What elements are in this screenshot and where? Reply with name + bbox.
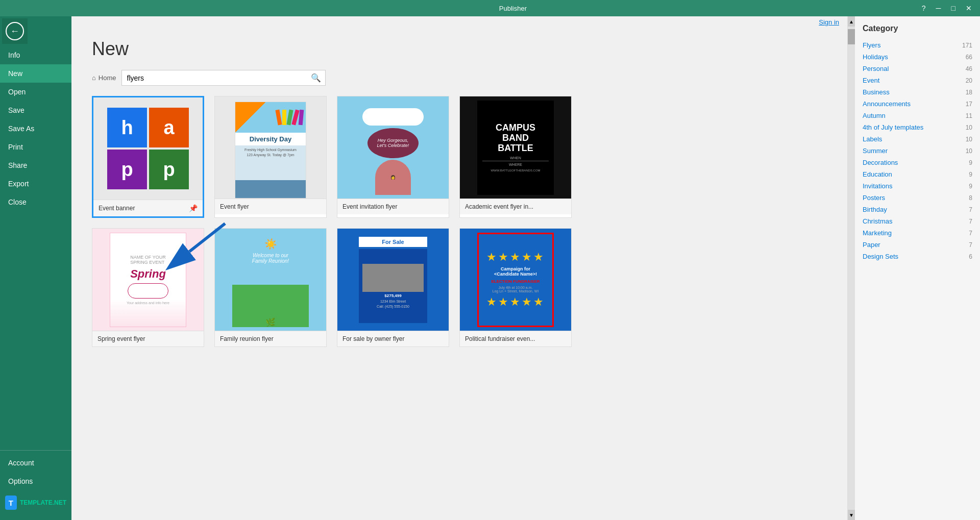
template-card-political[interactable]: ★★★★★ Campaign for<Candidate Name>! ELEC… — [459, 228, 572, 347]
category-item-12[interactable]: Invitations9 — [863, 180, 972, 192]
signin-link[interactable]: Sign in — [819, 18, 839, 26]
sidebar-item-info[interactable]: Info — [0, 46, 71, 64]
category-item-3[interactable]: Event20 — [863, 75, 972, 86]
sidebar-item-options[interactable]: Options — [0, 472, 71, 490]
category-count: 20 — [966, 77, 972, 84]
template-label-reunion: Family reunion flyer — [215, 331, 326, 346]
category-count: 7 — [969, 206, 972, 213]
category-name: Education — [863, 170, 892, 178]
category-count: 11 — [966, 112, 972, 119]
category-item-6[interactable]: Autumn11 — [863, 110, 972, 121]
category-name: Invitations — [863, 182, 893, 190]
logo-text: TEMPLATE.NET — [20, 499, 66, 506]
category-name: Event — [863, 77, 879, 84]
template-name-political: Political fundraiser even... — [465, 335, 535, 342]
sidebar-item-close[interactable]: Close — [0, 193, 71, 211]
category-name: Business — [863, 88, 890, 96]
category-item-15[interactable]: Christmas7 — [863, 215, 972, 227]
sidebar-item-open[interactable]: Open — [0, 83, 71, 101]
category-name: Decorations — [863, 159, 898, 166]
signin-bar: Sign in — [71, 16, 847, 28]
category-item-9[interactable]: Summer10 — [863, 145, 972, 157]
template-card-spring[interactable]: NAME OF YOURSPRING EVENT Spring Your add… — [92, 228, 204, 347]
campus-title: CAMPUSBANDBATTLE — [496, 123, 535, 153]
template-thumb-forsale: For Sale $275,499 1234 Elm Street Call: … — [337, 229, 449, 331]
page-title: New — [92, 38, 827, 60]
category-item-5[interactable]: Announcements17 — [863, 98, 972, 110]
category-item-11[interactable]: Education9 — [863, 168, 972, 180]
sidebar-bottom: AccountOptions T TEMPLATE.NET — [0, 447, 71, 520]
template-thumb-academic: CAMPUSBANDBATTLE WHEN WHERE WWW.BATTLEOF… — [460, 96, 571, 199]
category-item-1[interactable]: Holidays66 — [863, 51, 972, 63]
home-link[interactable]: ⌂ Home — [92, 74, 116, 82]
template-thumb-political: ★★★★★ Campaign for<Candidate Name>! ELEC… — [460, 229, 571, 331]
category-count: 10 — [966, 124, 972, 131]
sidebar-divider — [0, 450, 71, 451]
category-name: Design Sets — [863, 253, 898, 260]
category-count: 9 — [969, 183, 972, 190]
minimize-button[interactable]: ─ — [933, 3, 944, 13]
app-title: Publisher — [107, 5, 919, 12]
template-card-event-banner[interactable]: h a p p Event banner 📌 — [92, 96, 204, 218]
sidebar-item-account[interactable]: Account — [0, 454, 71, 472]
search-bar: ⌂ Home 🔍 — [71, 65, 847, 91]
category-item-7[interactable]: 4th of July templates10 — [863, 121, 972, 133]
category-count: 10 — [966, 136, 972, 143]
sidebar-item-save[interactable]: Save — [0, 101, 71, 119]
sidebar-item-export[interactable]: Export — [0, 175, 71, 193]
category-item-14[interactable]: Birthday7 — [863, 204, 972, 215]
scrollbar-thumb[interactable] — [848, 29, 855, 44]
category-item-8[interactable]: Labels10 — [863, 133, 972, 145]
scroll-down-button[interactable]: ▼ — [848, 510, 855, 520]
category-item-2[interactable]: Personal46 — [863, 63, 972, 75]
restore-button[interactable]: □ — [948, 3, 959, 13]
category-name: Personal — [863, 65, 889, 72]
category-item-0[interactable]: Flyers171 — [863, 39, 972, 51]
logo-icon: T — [5, 496, 17, 510]
category-count: 7 — [969, 230, 972, 237]
forsale-visual: For Sale $275,499 1234 Elm Street Call: … — [355, 233, 431, 327]
category-name: Marketing — [863, 229, 892, 237]
back-button[interactable]: ← — [2, 18, 28, 44]
template-card-reunion[interactable]: ☀️ Welcome to ourFamily Reunion! 🌿 — [214, 228, 327, 347]
template-card-forsale[interactable]: For Sale $275,499 1234 Elm Street Call: … — [337, 228, 449, 347]
category-name: Flyers — [863, 41, 880, 49]
reunion-visual: ☀️ Welcome to ourFamily Reunion! 🌿 — [232, 233, 309, 327]
sidebar-bottom-nav: AccountOptions — [0, 454, 71, 490]
category-count: 171 — [962, 42, 972, 49]
template-card-event-flyer[interactable]: Diversity Day Freshly High School Gymnas… — [214, 96, 327, 218]
category-item-16[interactable]: Marketing7 — [863, 227, 972, 239]
sidebar-item-share[interactable]: Share — [0, 156, 71, 175]
template-name-event-banner: Event banner — [99, 205, 135, 212]
sidebar-item-save-as[interactable]: Save As — [0, 119, 71, 138]
help-button[interactable]: ? — [919, 3, 929, 13]
category-count: 9 — [969, 171, 972, 178]
category-item-4[interactable]: Business18 — [863, 86, 972, 98]
template-card-invitation[interactable]: Hey Gorgeous,Let's Celebrate! 👩 Event in… — [337, 96, 449, 218]
category-item-10[interactable]: Decorations9 — [863, 157, 972, 168]
template-card-academic[interactable]: CAMPUSBANDBATTLE WHEN WHERE WWW.BATTLEOF… — [459, 96, 572, 218]
category-items: Flyers171Holidays66Personal46Event20Busi… — [863, 39, 972, 262]
window-controls: ? ─ □ ✕ — [919, 3, 975, 13]
category-name: Labels — [863, 135, 882, 143]
category-count: 66 — [966, 54, 972, 61]
search-input[interactable] — [122, 71, 307, 85]
template-thumb-event-banner: h a p p — [93, 97, 203, 200]
sidebar-item-new[interactable]: New — [0, 64, 71, 83]
category-item-17[interactable]: Paper7 — [863, 239, 972, 251]
templates-grid: h a p p Event banner 📌 — [92, 96, 827, 347]
template-label-spring: Spring event flyer — [92, 331, 204, 346]
category-item-18[interactable]: Design Sets6 — [863, 251, 972, 262]
template-name-invitation: Event invitation flyer — [342, 203, 397, 210]
scrollbar[interactable]: ▲ ▼ — [848, 16, 855, 520]
back-arrow-icon: ← — [6, 22, 24, 40]
search-button[interactable]: 🔍 — [307, 70, 325, 85]
scroll-up-button[interactable]: ▲ — [848, 16, 855, 27]
category-item-13[interactable]: Posters8 — [863, 192, 972, 204]
templates-section: h a p p Event banner 📌 — [71, 91, 847, 520]
close-button[interactable]: ✕ — [963, 3, 975, 13]
sidebar: ← InfoNewOpenSaveSave AsPrintShareExport… — [0, 16, 71, 520]
sidebar-item-print[interactable]: Print — [0, 138, 71, 156]
template-label-invitation: Event invitation flyer — [337, 199, 449, 214]
template-label-event-banner: Event banner 📌 — [93, 200, 203, 216]
